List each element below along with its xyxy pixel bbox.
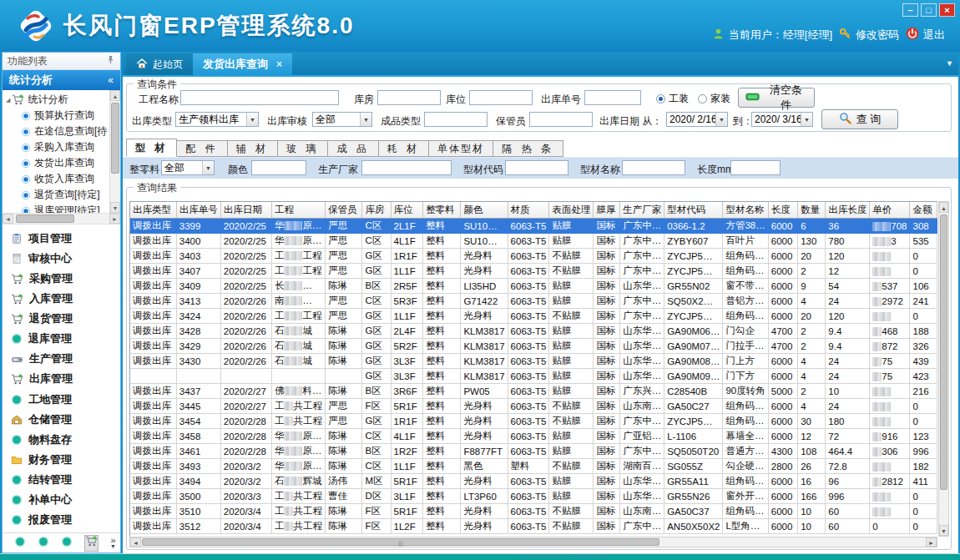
table-row[interactable]: 调拨出库34942020/3/2石辉城汤伟M区5R1F整料光身料6063-T5贴… [130, 474, 937, 489]
table-row[interactable]: 调拨出库34092020/2/25长…陈琳B区2R5F整料LI35HD6063-… [130, 279, 937, 294]
column-header[interactable]: 出库长度 [826, 202, 870, 219]
sidebar-item-2[interactable]: 采购管理 [11, 270, 120, 288]
table-row[interactable]: 调拨出库34302020/2/26石城陈琳G区3L3F整料KLM38176063… [130, 354, 937, 369]
tree-item-6[interactable]: 退库管理[待定] [3, 203, 109, 214]
tab-shipment-query[interactable]: 发货出库查询 × [193, 53, 292, 75]
table-row[interactable]: 调拨出库34072020/2/25工工程严思G区1L1F整料光身料6063-T5… [130, 264, 937, 279]
sidebar-item-5[interactable]: 退库管理 [11, 330, 120, 348]
table-row[interactable]: 调拨出库34542020/2/28工共工程严思G区1R1F整料光身料6063-T… [130, 414, 937, 429]
maximize-button[interactable]: □ [921, 3, 937, 17]
column-header[interactable]: 材质 [508, 202, 549, 219]
table-row[interactable]: 调拨出库34452020/2/27工共工程严思F区5R1F整料光身料6063-T… [130, 399, 937, 414]
sidebar-item-3[interactable]: 入库管理 [11, 290, 120, 308]
table-row[interactable]: 调拨出库34612020/2/28华原…陈琳B区1R2F整料F8877FT606… [130, 444, 937, 459]
column-header[interactable]: 工程 [271, 202, 325, 219]
keeper-input[interactable] [529, 112, 593, 127]
logout-button[interactable]: 退出 [906, 27, 945, 43]
sidebar-item-7[interactable]: 出库管理 [11, 370, 120, 388]
pin-icon[interactable] [106, 55, 115, 67]
sidebar-item-4[interactable]: 退货管理 [11, 310, 120, 328]
sidebar-item-12[interactable]: 结转管理 [11, 471, 120, 489]
collapse-icon[interactable]: « [108, 74, 114, 86]
material-tab-4[interactable]: 成 品 [328, 140, 378, 157]
scroll-left-icon[interactable]: ◄ [3, 214, 13, 224]
table-row[interactable]: 调拨出库34002020/2/25华原…严思C区4L1F整料SU10…6063-… [130, 234, 937, 249]
sidebar-item-11[interactable]: 财务管理 [11, 451, 120, 469]
table-row[interactable]: 调拨出库34932020/3/2华原…陈琳C区1L1F整料黑色塑料不贴膜国标湖南… [130, 459, 937, 474]
sidebar-item-0[interactable]: 项目管理 [11, 230, 120, 248]
column-header[interactable]: 长度 [768, 202, 797, 219]
column-header[interactable]: 数量 [798, 202, 826, 219]
product-type-input[interactable] [424, 112, 488, 127]
table-row[interactable]: 调拨出库34372020/2/27佛料…陈琳B区3R6F整料PW056063-T… [130, 384, 937, 399]
tab-overflow-icon[interactable]: ▼ [946, 59, 953, 68]
material-tab-2[interactable]: 辅 材 [228, 140, 278, 157]
material-tab-5[interactable]: 耗 材 [379, 140, 429, 157]
radio-work-clothes[interactable]: 工装 [656, 92, 689, 106]
project-name-input[interactable] [180, 90, 339, 105]
tree-item-0[interactable]: 预算执行查询 [3, 108, 109, 124]
module-dot-icon[interactable] [38, 536, 49, 551]
scroll-right-icon[interactable]: ► [109, 214, 120, 224]
column-header[interactable]: 保管员 [325, 202, 362, 219]
module-dot-icon[interactable] [14, 536, 26, 551]
location-input[interactable] [469, 90, 533, 105]
color-input[interactable] [251, 160, 306, 175]
outbound-type-select[interactable]: 生产领料出库▼ [175, 112, 259, 127]
tree-item-5[interactable]: 退货查询[待定] [3, 187, 109, 203]
material-tab-6[interactable]: 单体型材 [429, 140, 493, 157]
material-tab-7[interactable]: 隔 热 条 [493, 140, 563, 157]
column-header[interactable]: 颜色 [461, 202, 508, 219]
table-row[interactable]: 调拨出库35002020/3/3工共工程曹佳D区3L1F整料LT3P606063… [130, 489, 937, 504]
module-cart-button[interactable] [84, 535, 99, 552]
tree-horizontal-scrollbar[interactable]: ◄ ► [3, 214, 120, 225]
tree-root[interactable]: ◢ 统计分析 [3, 92, 109, 108]
tab-close-icon[interactable]: × [276, 58, 282, 70]
search-button[interactable]: 查 询 [821, 109, 898, 129]
table-vertical-scrollbar[interactable]: ▲ ▼ [938, 201, 949, 537]
scroll-up-icon[interactable]: ▲ [110, 90, 120, 101]
scroll-left-icon[interactable]: ◄ [130, 537, 141, 547]
material-tab-3[interactable]: 玻 璃 [278, 140, 328, 157]
table-row[interactable]: 调拨出库34032020/2/25工工程严思G区1R1F整料光身料6063-T5… [130, 249, 937, 264]
minimize-button[interactable]: – [902, 3, 918, 17]
sidebar-item-13[interactable]: 补单中心 [11, 491, 120, 509]
column-header[interactable]: 单价 [870, 202, 910, 219]
tree-item-2[interactable]: 采购入库查询 [3, 139, 109, 155]
length-input[interactable] [730, 160, 781, 175]
tree-item-1[interactable]: 在途信息查询[待 [3, 124, 109, 139]
scroll-down-icon[interactable]: ▼ [939, 525, 948, 536]
column-header[interactable]: 生产厂家 [620, 202, 664, 219]
date-from-picker[interactable]: 2020/ 2/16▼ [666, 112, 728, 127]
profile-name-input[interactable] [622, 160, 685, 175]
table-row[interactable]: 调拨出库33992020/2/25华原…严思C区2L1F整料SU10…6063-… [130, 219, 937, 234]
sidebar-item-6[interactable]: 生产管理 [11, 350, 120, 368]
sidebar-section-header[interactable]: 统计分析 « [3, 70, 120, 90]
close-button[interactable]: × [939, 3, 955, 17]
scroll-up-icon[interactable]: ▲ [939, 202, 948, 213]
clear-conditions-button[interactable]: 清空条件 [738, 88, 815, 108]
column-header[interactable]: 出库单号 [176, 202, 220, 219]
column-header[interactable]: 库位 [391, 202, 423, 219]
sidebar-item-9[interactable]: 仓储管理 [11, 411, 120, 429]
table-row[interactable]: 调拨出库34242020/2/26工工程严思G区1L1F整料光身料6063-T5… [130, 309, 937, 324]
date-to-picker[interactable]: 2020/ 3/16▼ [751, 112, 813, 127]
table-row[interactable]: G区3L3F整料KLM38176063-T5贴膜国标山东华…GA90M09…门下… [130, 369, 937, 384]
table-row[interactable]: 调拨出库35122020/3/4工共工程陈琳F区1L2F整料光身料6063-T5… [130, 519, 937, 534]
column-header[interactable]: 金额 [910, 202, 937, 219]
tree-item-3[interactable]: 发货出库查询 [3, 155, 109, 171]
column-header[interactable]: 库房 [362, 202, 391, 219]
table-horizontal-scrollbar[interactable]: ◄ ||| ► [129, 537, 937, 547]
scroll-right-icon[interactable]: ► [926, 537, 937, 547]
profile-code-input[interactable] [505, 160, 568, 175]
module-dot-icon[interactable] [61, 536, 73, 551]
overflow-button[interactable]: »▼ [110, 537, 116, 550]
column-header[interactable]: 出库日期 [220, 202, 271, 219]
column-header[interactable]: 出库类型 [130, 202, 176, 219]
whole-part-select[interactable]: 全部▼ [161, 160, 215, 175]
warehouse-input[interactable] [377, 90, 441, 105]
material-tab-0[interactable]: 型 材 [126, 139, 177, 157]
change-password-button[interactable]: 修改密码 [839, 28, 899, 43]
table-row[interactable]: 调拨出库34282020/2/26石城陈琳G区2L4F整料KLM38176063… [130, 324, 937, 339]
material-tab-1[interactable]: 配 件 [177, 140, 227, 157]
